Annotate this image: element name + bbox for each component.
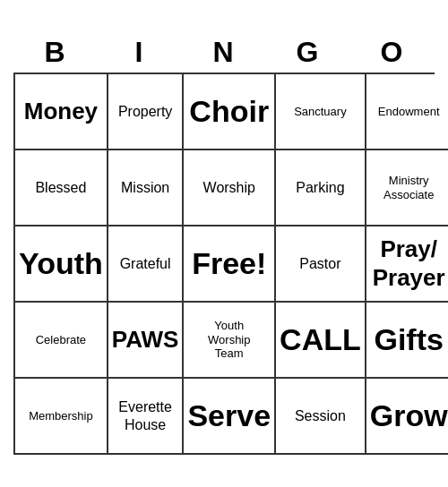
bingo-cell-19: Gifts — [366, 303, 448, 379]
bingo-grid: MoneyPropertyChoirSanctuaryEndowmentBles… — [13, 73, 435, 455]
header-letter-B: B — [13, 32, 98, 73]
bingo-cell-8: Parking — [276, 150, 366, 226]
bingo-cell-0: Money — [15, 74, 108, 150]
cell-text-19: Gifts — [374, 321, 443, 358]
header-letter-O: O — [350, 32, 435, 73]
bingo-cell-21: Everette House — [108, 379, 185, 455]
bingo-cell-13: Pastor — [276, 226, 366, 303]
bingo-cell-15: Celebrate — [15, 303, 108, 379]
bingo-cell-2: Choir — [184, 74, 276, 150]
cell-text-14: Pray/ Prayer — [373, 235, 445, 291]
cell-text-15: Celebrate — [36, 333, 86, 347]
cell-text-2: Choir — [189, 93, 269, 130]
bingo-cell-10: Youth — [15, 226, 108, 303]
bingo-cell-5: Blessed — [15, 150, 108, 226]
bingo-cell-1: Property — [108, 74, 185, 150]
bingo-cell-20: Membership — [15, 379, 108, 455]
bingo-cell-17: Youth Worship Team — [184, 303, 276, 379]
bingo-cell-9: Ministry Associate — [366, 150, 448, 226]
cell-text-20: Membership — [29, 409, 93, 423]
header-letter-I: I — [98, 32, 182, 73]
cell-text-24: Grow — [370, 397, 448, 434]
bingo-card: BINGO MoneyPropertyChoirSanctuaryEndowme… — [13, 32, 435, 455]
cell-text-6: Mission — [121, 179, 169, 196]
bingo-header: BINGO — [13, 32, 435, 73]
cell-text-7: Worship — [203, 179, 255, 196]
cell-text-18: CALL — [280, 321, 361, 358]
cell-text-21: Everette House — [118, 398, 172, 432]
bingo-cell-24: Grow — [366, 379, 448, 455]
cell-text-16: PAWS — [112, 326, 179, 354]
bingo-cell-7: Worship — [184, 150, 276, 226]
bingo-cell-3: Sanctuary — [276, 74, 366, 150]
bingo-cell-12: Free! — [184, 226, 276, 303]
cell-text-8: Parking — [296, 179, 344, 196]
header-letter-G: G — [266, 32, 350, 73]
cell-text-10: Youth — [19, 245, 103, 282]
bingo-cell-11: Grateful — [108, 226, 185, 303]
bingo-cell-18: CALL — [276, 303, 366, 379]
cell-text-0: Money — [24, 98, 98, 125]
cell-text-17: Youth Worship Team — [208, 319, 250, 361]
bingo-cell-23: Session — [276, 379, 366, 455]
cell-text-22: Serve — [187, 397, 271, 434]
bingo-cell-4: Endowment — [366, 74, 448, 150]
cell-text-23: Session — [295, 407, 346, 424]
cell-text-13: Pastor — [299, 255, 340, 272]
cell-text-3: Sanctuary — [294, 105, 347, 119]
cell-text-9: Ministry Associate — [383, 174, 434, 201]
bingo-cell-22: Serve — [184, 379, 276, 455]
cell-text-4: Endowment — [378, 105, 440, 119]
bingo-cell-6: Mission — [108, 150, 185, 226]
cell-text-5: Blessed — [35, 179, 86, 196]
cell-text-1: Property — [118, 103, 172, 120]
header-letter-N: N — [182, 32, 266, 73]
bingo-cell-14: Pray/ Prayer — [366, 226, 448, 303]
cell-text-11: Grateful — [120, 255, 171, 272]
bingo-cell-16: PAWS — [108, 303, 185, 379]
cell-text-12: Free! — [192, 245, 266, 282]
